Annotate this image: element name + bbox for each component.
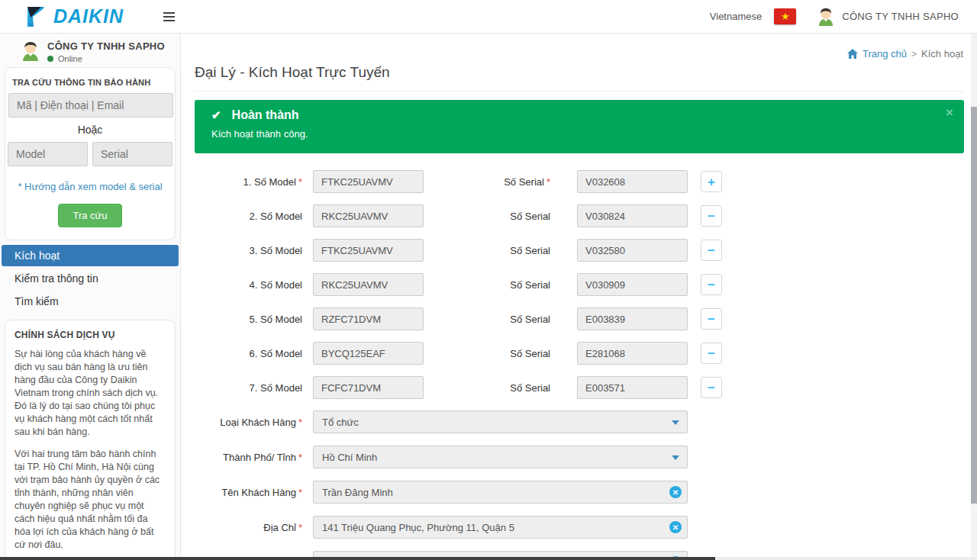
daikin-logo-mark (26, 6, 49, 27)
customer-type-value[interactable] (313, 410, 688, 433)
breadcrumb: Trang chủ > Kích hoạt (847, 48, 963, 60)
policy-paragraph: Sự hài lòng của khách hàng về dịch vụ sa… (15, 348, 166, 439)
serial-label: Số Serial (424, 314, 550, 325)
vertical-scrollbar[interactable] (971, 34, 977, 557)
serial-label: Số Serial* (424, 176, 550, 188)
horizontal-scrollbar[interactable] (0, 557, 977, 560)
customer-name-field: ✕ (313, 481, 688, 504)
serial-input[interactable] (577, 307, 688, 330)
lookup-search-button[interactable]: Tra cứu (58, 204, 121, 227)
customer-type-label: Loại Khách Hàng* (195, 417, 313, 428)
policy-paragraph: Với hai trung tâm bảo hành chính tại TP.… (15, 448, 166, 552)
serial-input[interactable] (577, 273, 688, 296)
success-alert: ✔ Hoàn thành Kích hoạt thành công. × (195, 100, 964, 153)
product-row: 1. Số Model* Số Serial* + (195, 170, 964, 193)
breadcrumb-current: Kích hoạt (921, 48, 963, 60)
online-status: Online (47, 54, 165, 63)
remove-row-button[interactable]: − (701, 205, 722, 227)
serial-label: Số Serial (424, 211, 550, 222)
sidebar-user-panel: CÔNG TY TNHH SAPHO Online (0, 34, 180, 66)
sidebar-avatar (20, 40, 41, 62)
remove-row-button[interactable]: − (701, 240, 722, 261)
model-label: 1. Số Model* (195, 176, 313, 188)
customer-type-select[interactable] (313, 410, 688, 433)
serial-input[interactable] (577, 376, 688, 399)
horizontal-scrollbar-thumb[interactable] (0, 557, 715, 560)
lookup-serial-input[interactable] (92, 142, 173, 166)
sidebar-toggle-icon[interactable] (163, 12, 175, 21)
model-input[interactable] (313, 376, 424, 399)
sidebar-company-name: CÔNG TY TNHH SAPHO (47, 40, 165, 52)
serial-input[interactable] (577, 239, 688, 262)
product-row: 3. Số Model Số Serial − (195, 239, 964, 262)
lookup-code-input[interactable] (8, 93, 173, 117)
customer-name-label: Tên Khách Hàng* (195, 487, 313, 498)
model-input[interactable] (313, 239, 424, 262)
customer-name-input[interactable] (313, 481, 688, 504)
model-input[interactable] (313, 204, 424, 227)
page-title: Đại Lý - Kích Hoạt Trực Tuyến (195, 64, 964, 81)
policy-title: CHÍNH SÁCH DỊCH VỤ (15, 330, 166, 340)
check-icon: ✔ (211, 108, 221, 122)
serial-input[interactable] (577, 170, 688, 193)
sidebar-item-tim-kiem[interactable]: Tìm kiếm (2, 291, 179, 312)
model-input[interactable] (313, 307, 424, 330)
online-status-label: Online (58, 54, 82, 63)
alert-close-icon[interactable]: × (946, 106, 953, 119)
address-input[interactable] (313, 516, 688, 539)
serial-label: Số Serial (424, 245, 550, 256)
topbar-right: Vietnamese ★ CÔNG TY TNHH SAPHO (710, 7, 959, 27)
sidebar-item-kiem-tra-thong-tin[interactable]: Kiểm tra thông tin (2, 268, 179, 289)
model-label: 7. Số Model (195, 382, 313, 394)
address-field: ✕ (313, 516, 688, 539)
address-row: Địa Chỉ* ✕ (195, 516, 964, 539)
clear-icon[interactable]: ✕ (669, 521, 682, 533)
model-input[interactable] (313, 273, 424, 296)
serial-label: Số Serial (424, 279, 550, 291)
product-row: 7. Số Model Số Serial − (195, 376, 964, 399)
breadcrumb-home-link[interactable]: Trang chủ (863, 48, 907, 60)
city-row: Thành Phố/ Tỉnh* (195, 446, 964, 468)
or-label: Hoặc (8, 124, 172, 136)
serial-label: Số Serial (424, 382, 550, 394)
customer-type-row: Loại Khách Hàng* (195, 410, 964, 433)
city-value[interactable] (313, 446, 688, 468)
model-label: 6. Số Model (195, 348, 313, 359)
language-label[interactable]: Vietnamese (710, 11, 762, 22)
remove-row-button[interactable]: − (701, 343, 722, 364)
model-input[interactable] (313, 342, 424, 365)
user-menu[interactable]: CÔNG TY TNHH SAPHO (816, 7, 959, 27)
model-input[interactable] (313, 170, 424, 193)
title-divider (195, 91, 964, 92)
add-row-button[interactable]: + (701, 171, 722, 192)
lookup-model-input[interactable] (8, 142, 88, 166)
activation-form: 1. Số Model* Số Serial* + 2. Số Model Số… (195, 170, 964, 560)
address-label: Địa Chỉ* (195, 522, 313, 533)
sidebar-item-kich-hoat[interactable]: Kích hoạt (2, 245, 179, 266)
app-screen: DAIKIN Vietnamese ★ CÔNG TY TNHH SAPHO (0, 0, 977, 560)
vietnam-flag-icon[interactable]: ★ (774, 8, 796, 24)
main-content: Trang chủ > Kích hoạt Đại Lý - Kích Hoạt… (181, 34, 977, 560)
model-label: 3. Số Model (195, 245, 313, 256)
product-row: 2. Số Model Số Serial − (195, 204, 964, 227)
chevron-down-icon (672, 420, 679, 425)
top-header: DAIKIN Vietnamese ★ CÔNG TY TNHH SAPHO (0, 0, 977, 34)
sidebar: CÔNG TY TNHH SAPHO Online TRA CỨU THÔNG … (0, 34, 181, 560)
online-dot-icon (47, 56, 53, 62)
remove-row-button[interactable]: − (701, 377, 722, 398)
home-icon (847, 49, 858, 59)
user-avatar (816, 7, 836, 27)
vertical-scrollbar-thumb[interactable] (971, 107, 977, 504)
topbar-company-name: CÔNG TY TNHH SAPHO (842, 11, 959, 22)
serial-input[interactable] (577, 342, 688, 365)
clear-icon[interactable]: ✕ (669, 486, 682, 498)
city-select[interactable] (313, 446, 688, 468)
model-serial-guide-link[interactable]: * Hướng dẫn xem model & serial (8, 181, 172, 192)
serial-input[interactable] (577, 204, 688, 227)
remove-row-button[interactable]: − (701, 308, 722, 330)
remove-row-button[interactable]: − (701, 274, 722, 295)
breadcrumb-separator: > (911, 49, 917, 60)
daikin-logo[interactable]: DAIKIN (26, 5, 124, 27)
customer-name-row: Tên Khách Hàng* ✕ (195, 481, 964, 504)
lookup-title: TRA CỨU THÔNG TIN BẢO HÀNH (8, 76, 172, 93)
